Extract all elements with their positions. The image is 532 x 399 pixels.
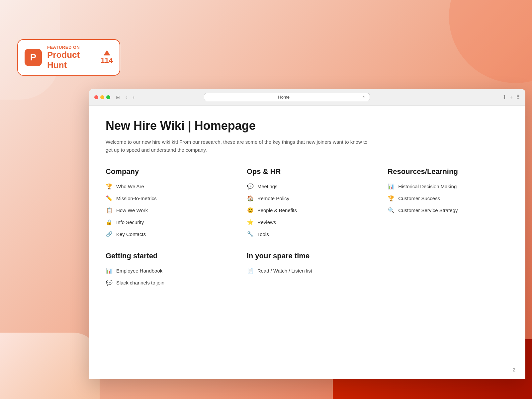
key-contacts-icon: 🔗 [106,230,113,238]
historical-icon: 📊 [388,183,395,190]
dot-red[interactable] [94,95,98,99]
page-content: New Hire Wiki | Homepage Welcome to our … [89,106,525,379]
page-number: 2 [513,367,515,372]
ph-upvote-icon [104,50,110,55]
handbook-icon: 📊 [106,267,113,274]
who-we-are-icon: 🏆 [106,183,113,190]
browser-chrome: ⊞ ‹ › Home ↻ ⬆ + ⠿ [89,89,525,106]
company-item-who-we-are[interactable]: 🏆 Who We Are [106,182,227,191]
company-item-mission[interactable]: ✏️ Mission-to-metrics [106,194,227,202]
mission-icon: ✏️ [106,195,113,202]
content-grid: Company 🏆 Who We Are ✏️ Mission-to-metri… [106,167,509,287]
resources-section-title: Resources/Learning [388,167,509,176]
url-bar[interactable]: Home ↻ [204,93,370,101]
ops-item-people-benefits[interactable]: 😊 People & Benefits [247,206,368,214]
ph-text: FEATURED ON Product Hunt [47,45,95,70]
slack-label: Slack channels to join [116,280,164,285]
how-we-work-icon: 📋 [106,206,113,214]
resources-item-customer-success[interactable]: 🏆 Customer Success [388,194,509,202]
product-hunt-badge[interactable]: P FEATURED ON Product Hunt 114 [17,39,120,76]
people-benefits-icon: 😊 [247,206,254,214]
back-button[interactable]: ‹ [124,94,129,101]
ph-vote-count: 114 [101,56,113,65]
getting-item-handbook[interactable]: 📊 Employee Handbook [106,266,227,275]
spare-time-items: 📄 Read / Watch / Listen list [247,266,368,275]
ops-hr-section-title: Ops & HR [247,167,368,176]
getting-item-slack[interactable]: 💬 Slack channels to join [106,278,227,287]
resources-item-customer-service[interactable]: 🔍 Customer Service Strategy [388,206,509,214]
company-item-info-security[interactable]: 🔒 Info Security [106,218,227,226]
company-section-title: Company [106,167,227,176]
company-item-how-we-work[interactable]: 📋 How We Work [106,206,227,214]
info-security-icon: 🔒 [106,218,113,226]
dot-yellow[interactable] [100,95,104,99]
customer-service-label: Customer Service Strategy [398,207,458,213]
reviews-label: Reviews [257,219,276,225]
resources-items: 📊 Historical Decision Making 🏆 Customer … [388,182,509,214]
page-title: New Hire Wiki | Homepage [106,119,509,133]
meetings-label: Meetings [257,184,278,189]
refresh-icon[interactable]: ↻ [362,95,366,100]
ph-featured-label: FEATURED ON [47,45,95,50]
ops-hr-section: Ops & HR 💬 Meetings 🏠 Remote Policy 😊 Pe… [247,167,368,238]
spare-time-item-read[interactable]: 📄 Read / Watch / Listen list [247,266,368,275]
resources-item-historical[interactable]: 📊 Historical Decision Making [388,182,509,191]
key-contacts-label: Key Contacts [116,231,146,237]
remote-policy-label: Remote Policy [257,196,290,201]
tools-icon: 🔧 [247,230,254,238]
remote-policy-icon: 🏠 [247,195,254,202]
browser-actions: ⬆ + ⠿ [502,94,520,100]
historical-label: Historical Decision Making [398,184,457,189]
meetings-icon: 💬 [247,183,254,190]
customer-service-icon: 🔍 [388,206,395,214]
customer-success-label: Customer Success [398,196,440,201]
reviews-icon: ⭐ [247,218,254,226]
ph-logo-icon: P [25,49,42,66]
customer-success-icon: 🏆 [388,195,395,202]
spare-time-title: In your spare time [247,252,368,260]
read-label: Read / Watch / Listen list [257,268,312,274]
ops-hr-items: 💬 Meetings 🏠 Remote Policy 😊 People & Be… [247,182,368,238]
people-benefits-label: People & Benefits [257,207,297,213]
read-icon: 📄 [247,267,254,274]
company-item-key-contacts[interactable]: 🔗 Key Contacts [106,230,227,238]
ph-title: Product Hunt [47,50,95,70]
browser-window: ⊞ ‹ › Home ↻ ⬆ + ⠿ New Hire Wiki | Homep… [89,89,525,379]
ops-item-tools[interactable]: 🔧 Tools [247,230,368,238]
handbook-label: Employee Handbook [116,268,162,274]
ops-item-reviews[interactable]: ⭐ Reviews [247,218,368,226]
page-description: Welcome to our new hire wiki kit! From o… [106,138,371,154]
grid-icon[interactable]: ⠿ [516,94,520,100]
add-tab-icon[interactable]: + [510,94,513,100]
tools-label: Tools [257,231,269,237]
browser-dots [94,95,110,99]
share-icon[interactable]: ⬆ [502,94,506,100]
getting-started-title: Getting started [106,252,227,260]
ops-item-remote-policy[interactable]: 🏠 Remote Policy [247,194,368,202]
ops-item-meetings[interactable]: 💬 Meetings [247,182,368,191]
url-text: Home [208,95,360,100]
getting-started-items: 📊 Employee Handbook 💬 Slack channels to … [106,266,227,287]
company-section: Company 🏆 Who We Are ✏️ Mission-to-metri… [106,167,227,238]
forward-button[interactable]: › [131,94,135,101]
spare-time-section: In your spare time 📄 Read / Watch / List… [247,252,368,287]
getting-started-section: Getting started 📊 Employee Handbook 💬 Sl… [106,252,227,287]
ph-votes: 114 [101,50,113,65]
who-we-are-label: Who We Are [116,184,144,189]
sidebar-icon[interactable]: ⊞ [114,95,122,100]
info-security-label: Info Security [116,219,144,225]
slack-icon: 💬 [106,279,113,286]
browser-controls: ⊞ ‹ › [114,94,136,101]
dot-green[interactable] [106,95,110,99]
mission-label: Mission-to-metrics [116,196,157,201]
how-we-work-label: How We Work [116,207,148,213]
resources-section: Resources/Learning 📊 Historical Decision… [388,167,509,238]
company-items: 🏆 Who We Are ✏️ Mission-to-metrics 📋 How… [106,182,227,238]
